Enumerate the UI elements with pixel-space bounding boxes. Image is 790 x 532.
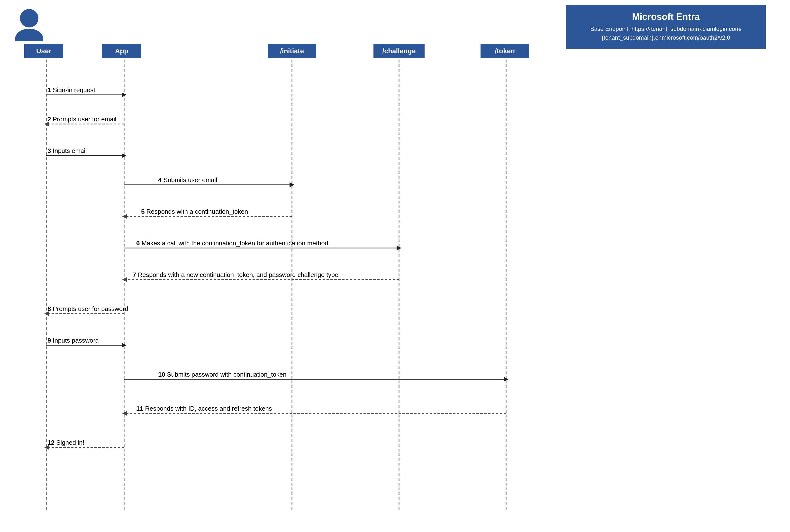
lifeline-challenge: /challenge [373, 44, 425, 58]
lifeline-initiate: /initiate [268, 44, 316, 58]
svg-marker-28 [122, 411, 127, 416]
msg-5: 5 Responds with a continuation_token [141, 208, 248, 215]
msg-2: 2 Prompts user for email [48, 115, 116, 123]
diagram-container: Microsoft Entra Base Endpoint: https://{… [0, 0, 790, 532]
msg-7: 7 Responds with a new continuation_token… [133, 271, 338, 279]
lifeline-app: App [102, 44, 141, 58]
lifeline-token: /token [480, 44, 529, 58]
diagram-svg [0, 0, 790, 532]
msg-6: 6 Makes a call with the continuation_tok… [136, 240, 328, 247]
msg-3: 3 Inputs email [48, 147, 87, 155]
msg-1: 1 Sign-in request [48, 86, 95, 94]
svg-marker-16 [122, 214, 127, 219]
msg-11: 11 Responds with ID, access and refresh … [136, 405, 272, 412]
msg-4: 4 Submits user email [158, 176, 217, 184]
msg-9: 9 Inputs password [48, 337, 99, 344]
msg-8: 8 Prompts user for password [48, 305, 128, 313]
msg-10: 10 Submits password with continuation_to… [158, 371, 287, 378]
msg-12: 12 Signed in! [48, 439, 85, 446]
lifeline-user: User [24, 44, 63, 58]
svg-marker-20 [122, 277, 127, 282]
